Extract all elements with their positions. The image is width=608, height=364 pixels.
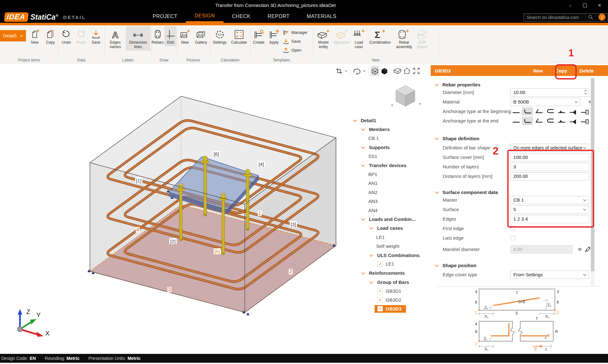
grid-toggle[interactable]: Grid	[164, 26, 176, 46]
anchorage-loop-icon[interactable]	[545, 107, 556, 116]
anchorage-plate-icon[interactable]	[579, 117, 590, 125]
save-button[interactable]: Save	[89, 28, 103, 45]
diameter-input[interactable]: 10.00	[510, 88, 589, 97]
anchorage-welded-bar-icon[interactable]	[556, 107, 567, 116]
tree-item-an3[interactable]: AN3	[352, 197, 431, 206]
copy-project-button[interactable]: Copy	[43, 28, 58, 45]
tree-item-self-weight[interactable]: Self weight	[352, 242, 431, 250]
solid-view-button[interactable]	[380, 66, 389, 76]
tree-item-an1[interactable]: AN1	[352, 179, 431, 188]
edit-pencil-icon[interactable]	[585, 246, 591, 253]
tree-item-supports[interactable]: Supports	[352, 143, 431, 152]
group-caption: Draw	[151, 58, 177, 62]
zoom-fit-button[interactable]	[412, 66, 421, 76]
anchorage-cone-icon[interactable]	[567, 117, 579, 125]
material-dropdown[interactable]: B 500B	[510, 98, 580, 106]
undo-icon	[61, 28, 71, 40]
tree-item-an2[interactable]: AN2	[352, 188, 431, 197]
rebar-assembly-button[interactable]: Rebar assembly	[394, 28, 414, 49]
anchorage-hook-icon[interactable]	[522, 117, 533, 125]
settings-button[interactable]: </> Settings	[211, 28, 229, 45]
tab-materials[interactable]: MATERIALS	[298, 11, 345, 23]
project-selector-value: Detail1	[3, 33, 17, 38]
tree-item-load-cases[interactable]: Load cases	[352, 224, 431, 233]
rebars-toggle[interactable]: Rebars	[151, 28, 164, 45]
load-case-button[interactable]: Load case	[352, 28, 366, 49]
prop-delete-button[interactable]: Delete	[580, 68, 594, 73]
home-view-button[interactable]	[402, 66, 411, 76]
tree-item-group-of-bars[interactable]: Group of Bars	[352, 278, 431, 286]
info-button[interactable]: i	[598, 14, 605, 21]
tab-project[interactable]: PROJECT	[144, 11, 186, 23]
tree-item-bp1[interactable]: BP1	[352, 170, 431, 179]
template-open-button[interactable]: Open	[283, 46, 307, 54]
tab-design[interactable]: DESIGN	[186, 11, 223, 23]
anchorage-loop-icon[interactable]	[545, 117, 556, 125]
anchorage-bend-icon[interactable]	[533, 117, 544, 125]
last-edge-checkbox[interactable]	[510, 235, 515, 240]
tree-item-members[interactable]: Members	[352, 125, 431, 134]
maximize-button[interactable]	[578, 0, 592, 11]
checkbox-checked-icon[interactable]: ✓	[377, 297, 383, 303]
tree-item-ss1[interactable]: SS1	[352, 152, 431, 161]
undo-button[interactable]: Undo	[59, 28, 73, 45]
grid-icon	[166, 28, 175, 40]
combination-button[interactable]: Σ Combination	[367, 28, 393, 45]
section-view-button[interactable]	[393, 66, 402, 76]
units-label: Presentation Units:	[88, 356, 126, 361]
close-button[interactable]: ✕	[592, 0, 607, 11]
gallery-button[interactable]: Gallery	[193, 28, 209, 45]
new-project-button[interactable]: New	[27, 28, 42, 45]
checkbox-checked-icon[interactable]: ✓	[377, 261, 383, 267]
edges-names-toggle[interactable]: A Edges names	[105, 28, 125, 49]
template-manager-button[interactable]: Manager	[283, 28, 307, 36]
tree-item-gb3d2[interactable]: ✓GB3D2	[352, 296, 431, 304]
tree-item-transfer-devices[interactable]: Transfer devices	[352, 161, 431, 170]
spinner-icon[interactable]	[584, 90, 587, 95]
navigation-cube[interactable]	[388, 78, 426, 109]
template-save-button[interactable]: Save	[283, 37, 307, 45]
tree-item-uls-combinations[interactable]: ULS Combinations	[352, 251, 431, 260]
rotate-view-dropdown[interactable]	[362, 66, 366, 76]
tree-item-reinforcements[interactable]: Reinforcements	[352, 269, 431, 278]
template-apply-button[interactable]: Apply	[267, 28, 281, 45]
tree-item-an4[interactable]: AN4	[352, 206, 431, 215]
anchorage-straight-icon[interactable]	[510, 117, 522, 125]
zoom-window-button[interactable]	[334, 66, 343, 76]
project-selector-dropdown[interactable]: Detail1	[0, 30, 26, 41]
calculate-button[interactable]: +−×÷ Calculate	[229, 28, 249, 45]
anchorage-hook-icon[interactable]	[522, 107, 533, 116]
tree-item-loads[interactable]: Loads and Combin...	[352, 215, 431, 223]
viewport-3d[interactable]: [1] [2] [3] [4] [5] [6] 1 2 3 4 Detail1 …	[0, 63, 431, 354]
anchorage-bend-icon[interactable]	[533, 107, 544, 116]
anchorage-straight-icon[interactable]	[510, 107, 522, 116]
tree-item-cb1[interactable]: CB 1	[352, 134, 431, 143]
anchorage-welded-bar-icon[interactable]	[556, 117, 567, 125]
model-entity-button[interactable]: Model entity	[314, 28, 332, 49]
section-shape-position[interactable]: Shape position	[435, 262, 477, 268]
section-rebar-properties[interactable]: Rebar properties	[435, 81, 480, 88]
tree-item-le1[interactable]: LE1	[352, 233, 431, 242]
section-surface-component[interactable]: Surface component data	[435, 189, 498, 195]
template-create-button[interactable]: Create	[251, 28, 266, 45]
tab-report[interactable]: REPORT	[259, 11, 298, 23]
checkbox-checked-icon[interactable]: ✓	[377, 288, 383, 294]
dimension-lines-toggle[interactable]: Dimension lines	[126, 26, 150, 51]
tree-item-gb3d3-selected[interactable]: ✓GB3D3	[352, 304, 431, 313]
tab-check[interactable]: CHECK	[224, 11, 259, 23]
wireframe-view-button[interactable]	[370, 66, 379, 76]
checkbox-checked-icon[interactable]: ✓	[377, 306, 383, 311]
picture-new-button[interactable]: New	[178, 28, 192, 45]
section-shape-definition[interactable]: Shape definition	[435, 135, 479, 141]
search-input[interactable]	[523, 13, 608, 22]
tree-item-gb3d1[interactable]: ✓GB3D1	[352, 286, 431, 295]
anchorage-cone-icon[interactable]	[567, 107, 579, 116]
edge-cover-dropdown[interactable]: From Settings	[510, 271, 589, 279]
tree-item-uls-le1[interactable]: ✓LE1	[352, 260, 431, 268]
minimize-button[interactable]: –	[563, 0, 578, 11]
zoom-window-dropdown[interactable]	[344, 66, 348, 76]
anchorage-plate-icon[interactable]	[579, 107, 590, 116]
prop-new-button[interactable]: New	[533, 68, 543, 73]
rotate-view-button[interactable]	[352, 66, 361, 76]
tree-item-detail1[interactable]: Detail1	[352, 116, 431, 125]
